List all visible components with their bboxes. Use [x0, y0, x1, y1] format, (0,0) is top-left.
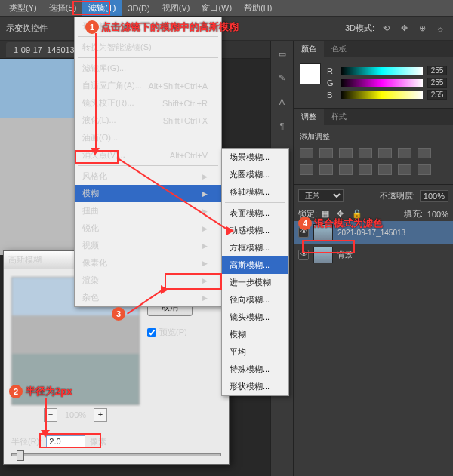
menu-sharpen[interactable]: 锐化▶	[75, 220, 221, 237]
menu-3d[interactable]: 3D(D)	[122, 2, 156, 15]
brush-icon[interactable]: ✎	[276, 71, 289, 84]
adjust-icon[interactable]	[359, 164, 372, 175]
right-panels: 颜色 色板 R255 G255 B255 调整 样式 添加调整	[293, 41, 453, 476]
para-icon[interactable]: ¶	[276, 119, 289, 133]
radius-input[interactable]	[46, 435, 85, 447]
slider-thumb[interactable]	[17, 450, 24, 461]
adjust-icon[interactable]	[398, 164, 411, 175]
opacity-label: 不透明度:	[380, 190, 415, 201]
tab-styles[interactable]: 样式	[324, 109, 354, 125]
add-adjustment-label: 添加调整	[300, 131, 447, 142]
submenu-motion-blur[interactable]: 动感模糊...	[222, 222, 288, 239]
menu-select[interactable]: 选择(S)	[43, 0, 83, 16]
menu-type[interactable]: 类型(Y)	[3, 0, 43, 16]
menu-stylize[interactable]: 风格化▶	[75, 167, 221, 185]
adjust-icon[interactable]	[300, 164, 313, 175]
adjustments-panel: 调整 样式 添加调整	[294, 109, 453, 185]
submenu-iris-blur[interactable]: 光圈模糊...	[222, 166, 288, 183]
submenu-average[interactable]: 平均	[222, 343, 288, 361]
menu-video[interactable]: 视频▶	[75, 237, 221, 254]
opacity-value[interactable]: 100%	[420, 190, 448, 202]
submenu-shape-blur[interactable]: 形状模糊...	[222, 378, 288, 395]
visibility-icon[interactable]: 👁	[298, 250, 309, 260]
canvas[interactable]	[0, 59, 76, 255]
menu-last-filter[interactable]: 形模糊Ctrl+F	[75, 17, 221, 35]
blur-submenu: 场景模糊... 光圈模糊... 移轴模糊... 表面模糊... 动感模糊... …	[221, 148, 289, 396]
submenu-radial-blur[interactable]: 径向模糊...	[222, 291, 288, 309]
layer-item[interactable]: 👁 2021-09-17_145013	[294, 221, 453, 244]
fill-value[interactable]: 100%	[427, 210, 448, 219]
menu-convert-smart[interactable]: 转换为智能滤镜(S)	[75, 38, 221, 56]
light-icon[interactable]: ☼	[433, 22, 447, 35]
menu-render[interactable]: 渲染▶	[75, 272, 221, 289]
layer-item[interactable]: 👁 背景	[294, 244, 453, 266]
fill-label: 填充:	[404, 208, 423, 220]
adjust-icon[interactable]	[319, 164, 333, 175]
submenu-blur[interactable]: 模糊	[222, 326, 288, 343]
menu-filter-gallery[interactable]: 滤镜库(G)...	[75, 60, 221, 77]
g-slider[interactable]	[341, 79, 423, 87]
adjust-icon[interactable]	[359, 148, 372, 158]
adjust-icon[interactable]	[378, 164, 392, 175]
blend-mode-select[interactable]: 正常	[298, 189, 344, 202]
submenu-smart-blur[interactable]: 特殊模糊...	[222, 361, 288, 378]
lock-pixels-icon[interactable]: ▦	[322, 209, 332, 220]
menu-help[interactable]: 帮助(H)	[238, 0, 278, 16]
zoom-in-button[interactable]: +	[94, 408, 107, 422]
radius-unit: 像素	[90, 436, 106, 447]
tab-swatches[interactable]: 色板	[324, 41, 354, 57]
document-tab[interactable]: 1-09-17_145013.	[6, 42, 85, 57]
layer-thumbnail[interactable]	[313, 247, 333, 263]
b-slider[interactable]	[341, 91, 423, 99]
transform-controls-label: 示变换控件	[6, 23, 48, 34]
adjust-icon[interactable]	[418, 148, 431, 158]
menu-adaptive-wide[interactable]: 自适应广角(A)...Alt+Shift+Ctrl+A	[75, 77, 221, 94]
zoom-out-button[interactable]: −	[44, 408, 57, 422]
visibility-icon[interactable]: 👁	[298, 227, 309, 238]
menu-distort[interactable]: 扭曲▶	[75, 202, 221, 220]
menu-blur[interactable]: 模糊▶	[75, 185, 221, 202]
lock-label: 锁定:	[298, 208, 317, 220]
orbit-icon[interactable]: ⟲	[379, 22, 393, 35]
submenu-field-blur[interactable]: 场景模糊...	[222, 149, 288, 166]
submenu-gaussian-blur[interactable]: 高斯模糊...	[222, 256, 288, 274]
menu-view[interactable]: 视图(V)	[156, 0, 196, 16]
submenu-blur-more[interactable]: 进一步模糊	[222, 274, 288, 291]
adjust-icon[interactable]	[339, 164, 353, 175]
options-bar: 示变换控件 3D模式: ⟲ ✥ ⊕ ☼	[0, 17, 453, 41]
zoom-icon[interactable]: ⊕	[415, 22, 429, 35]
color-panel: 颜色 色板 R255 G255 B255	[294, 41, 453, 109]
lock-all-icon[interactable]: 🔒	[352, 209, 362, 220]
adjust-icon[interactable]	[418, 164, 431, 175]
menu-window[interactable]: 窗口(W)	[196, 0, 238, 16]
tab-color[interactable]: 颜色	[294, 41, 324, 57]
menu-noise[interactable]: 杂色▶	[75, 289, 221, 306]
submenu-lens-blur[interactable]: 镜头模糊...	[222, 309, 288, 326]
menu-filter[interactable]: 滤镜(T)	[82, 0, 122, 16]
menu-vanishing[interactable]: 消失点(V)...Alt+Ctrl+V	[75, 146, 221, 164]
adjust-icon[interactable]	[378, 148, 392, 158]
foreground-swatch[interactable]	[300, 63, 321, 84]
history-icon[interactable]: ▭	[276, 47, 289, 60]
radius-label: 半径(R):	[11, 436, 42, 447]
filter-dropdown: 形模糊Ctrl+F 转换为智能滤镜(S) 滤镜库(G)... 自适应广角(A).…	[74, 17, 222, 307]
menu-pixelate[interactable]: 像素化▶	[75, 254, 221, 272]
radius-slider[interactable]	[11, 453, 221, 456]
char-icon[interactable]: A	[276, 95, 289, 109]
submenu-tilt-shift[interactable]: 移轴模糊...	[222, 183, 288, 201]
layer-thumbnail[interactable]	[313, 224, 333, 241]
adjust-icon[interactable]	[319, 148, 333, 158]
preview-checkbox[interactable]: 预览(P)	[147, 327, 193, 338]
submenu-box-blur[interactable]: 方框模糊...	[222, 239, 288, 256]
pan-icon[interactable]: ✥	[397, 22, 411, 35]
adjust-icon[interactable]	[300, 148, 313, 158]
submenu-surface-blur[interactable]: 表面模糊...	[222, 204, 288, 222]
menu-lens-correction[interactable]: 镜头校正(R)...Shift+Ctrl+R	[75, 94, 221, 112]
adjust-icon[interactable]	[398, 148, 411, 158]
adjust-icon[interactable]	[339, 148, 353, 158]
lock-position-icon[interactable]: ✥	[337, 209, 347, 220]
menu-liquify[interactable]: 液化(L)...Shift+Ctrl+X	[75, 112, 221, 129]
r-slider[interactable]	[341, 67, 423, 75]
menu-oil-paint[interactable]: 油画(O)...	[75, 129, 221, 146]
tab-adjust[interactable]: 调整	[294, 109, 324, 125]
